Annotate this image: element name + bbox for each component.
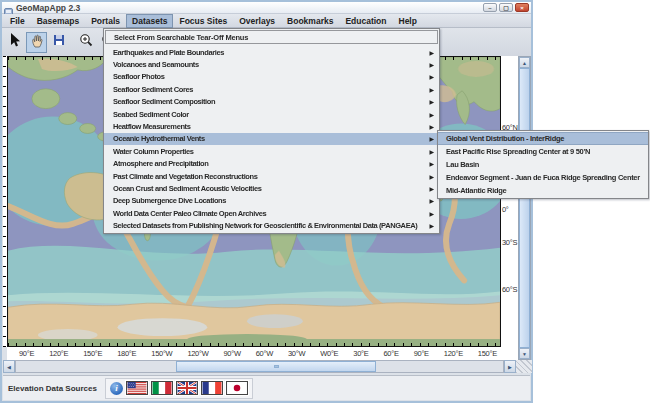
menu-item-row[interactable]: Seafloor Sediment Cores ▶ xyxy=(104,83,439,95)
menu-bar-item[interactable]: Basemaps xyxy=(31,14,86,28)
vertical-scrollbar-thumb[interactable] xyxy=(519,68,530,348)
floppy-disk-icon xyxy=(51,32,67,52)
flag-usa-button[interactable] xyxy=(126,381,148,395)
menu-item-label: World Data Center Paleo Climate Open Arc… xyxy=(113,209,266,218)
longitude-label: 30°W xyxy=(288,349,305,358)
menu-item-row[interactable]: Heatflow Measurements ▶ xyxy=(104,120,439,132)
longitude-label: 150°E xyxy=(478,349,497,358)
latitude-label: 0° xyxy=(502,205,509,214)
scroll-down-button[interactable]: ▼ xyxy=(519,348,530,359)
menu-item-row[interactable]: Volcanoes and Seamounts ▶ xyxy=(104,58,439,70)
longitude-label: 90°E xyxy=(414,349,429,358)
longitude-label: 30°E xyxy=(353,349,368,358)
submenu-item-row[interactable]: Endeavor Segment - Juan de Fuca Ridge Sp… xyxy=(438,171,648,184)
zoom-in-tool[interactable] xyxy=(75,32,96,53)
maximize-button[interactable]: ▢ xyxy=(499,3,513,12)
scroll-left-button[interactable]: ◀ xyxy=(3,360,15,373)
resize-grip[interactable] xyxy=(516,360,532,373)
submenu-arrow-icon: ▶ xyxy=(425,49,434,56)
desktop: GeoMapApp 2.3 – ▢ × FileBasemapsPortalsD… xyxy=(0,0,650,403)
submenu-arrow-icon: ▶ xyxy=(425,173,434,180)
vertical-scrollbar[interactable]: ▲ ▼ xyxy=(518,56,531,360)
window-title: GeoMapApp 2.3 xyxy=(16,3,80,13)
map-bottom-ticks xyxy=(8,343,500,346)
submenu-arrow-icon: ▶ xyxy=(425,185,434,192)
save-tool[interactable] xyxy=(48,32,69,53)
menu-item-row[interactable]: Past Climate and Vegetation Reconstructi… xyxy=(104,170,439,182)
close-button[interactable]: × xyxy=(515,3,529,12)
latitude-label: 30°S xyxy=(502,238,517,247)
submenu-arrow-icon: ▶ xyxy=(425,86,434,93)
menu-item-label: Earthquakes and Plate Boundaries xyxy=(113,48,224,57)
menu-item-row[interactable]: Selected Datasets from Publishing Networ… xyxy=(104,219,439,231)
hand-icon xyxy=(29,32,45,52)
longitude-label: 150°E xyxy=(83,349,102,358)
submenu-arrow-icon: ▶ xyxy=(425,123,434,130)
menu-item-label: Seafloor Sediment Composition xyxy=(113,97,215,106)
scroll-up-button[interactable]: ▲ xyxy=(519,57,530,68)
menu-item-label: Heatflow Measurements xyxy=(113,122,190,131)
menu-bar-item[interactable]: Bookmarks xyxy=(281,14,339,28)
flag-uk-button[interactable] xyxy=(176,381,198,395)
pan-hand-tool[interactable] xyxy=(26,32,47,53)
flag-italy-button[interactable] xyxy=(151,381,173,395)
menu-item-row[interactable]: Oceanic Hydrothermal Vents ▶ xyxy=(104,133,439,145)
scroll-right-button[interactable]: ▶ xyxy=(504,360,516,373)
datasets-menu: Select From Searchable Tear-Off Menus Ea… xyxy=(103,28,440,234)
submenu-arrow-icon: ▶ xyxy=(425,98,434,105)
elevation-sources-panel: i xyxy=(105,378,253,399)
horizontal-scrollbar: ◀ ▶ xyxy=(3,360,532,373)
longitude-label: 120°E xyxy=(444,349,463,358)
elevation-sources-label: Elevation Data Sources xyxy=(8,384,97,393)
menu-item-row[interactable]: Atmosphere and Precipitation ▶ xyxy=(104,158,439,170)
scroll-up-icon: ▲ xyxy=(522,60,527,66)
menu-item-row[interactable]: Water Column Properties ▶ xyxy=(104,145,439,157)
window-controls: – ▢ × xyxy=(483,3,529,12)
minimize-icon: – xyxy=(488,5,491,11)
menu-item-row[interactable]: Seafloor Photos ▶ xyxy=(104,71,439,83)
longitude-label: 90°W xyxy=(223,349,240,358)
submenu-item-row[interactable]: Mid-Atlantic Ridge xyxy=(438,184,648,197)
info-icon[interactable]: i xyxy=(110,382,123,395)
submenu-item-row[interactable]: Global Vent Distribution - InterRidge xyxy=(438,132,648,145)
scroll-right-icon: ▶ xyxy=(508,364,512,370)
submenu-arrow-icon: ▶ xyxy=(425,148,434,155)
select-cursor-tool[interactable] xyxy=(4,32,25,53)
menu-item-label: Selected Datasets from Publishing Networ… xyxy=(113,221,417,230)
horizontal-scrollbar-thumb[interactable] xyxy=(176,361,376,372)
app-icon xyxy=(4,3,13,12)
datasets-menu-items: Earthquakes and Plate Boundaries ▶ Volca… xyxy=(104,45,439,233)
menu-item-label: Atmosphere and Precipitation xyxy=(113,159,209,168)
submenu-item-label: Lau Basin xyxy=(446,160,479,169)
title-bar[interactable]: GeoMapApp 2.3 – ▢ × xyxy=(2,2,531,14)
menu-item-row[interactable]: Seabed Sediment Color ▶ xyxy=(104,108,439,120)
menu-item-row[interactable]: Seafloor Sediment Composition ▶ xyxy=(104,96,439,108)
menu-item-label: Water Column Properties xyxy=(113,147,194,156)
menu-item-label: Deep Submergence Dive Locations xyxy=(113,196,226,205)
menu-item-row[interactable]: Earthquakes and Plate Boundaries ▶ xyxy=(104,46,439,58)
submenu-arrow-icon: ▶ xyxy=(425,73,434,80)
menu-item-row[interactable]: World Data Center Paleo Climate Open Arc… xyxy=(104,207,439,219)
tear-off-menu-item[interactable]: Select From Searchable Tear-Off Menus xyxy=(105,30,438,44)
menu-bar-item[interactable]: Datasets xyxy=(126,14,173,28)
submenu-item-row[interactable]: Lau Basin xyxy=(438,158,648,171)
menu-item-row[interactable]: Ocean Crust and Sediment Acoustic Veloci… xyxy=(104,182,439,194)
submenu-arrow-icon: ▶ xyxy=(425,222,434,229)
menu-item-row[interactable]: Deep Submergence Dive Locations ▶ xyxy=(104,195,439,207)
minimize-button[interactable]: – xyxy=(483,3,497,12)
longitude-label: 150°W xyxy=(151,349,172,358)
flag-japan-button[interactable] xyxy=(226,381,248,395)
menu-bar-item[interactable]: Help xyxy=(393,14,423,28)
menu-bar-item[interactable]: Focus Sites xyxy=(173,14,233,28)
submenu-item-label: East Pacific Rise Spreading Center at 9 … xyxy=(446,147,590,156)
menu-bar-item[interactable]: Education xyxy=(339,14,392,28)
menu-item-label: Past Climate and Vegetation Reconstructi… xyxy=(113,172,258,181)
flag-france-button[interactable] xyxy=(201,381,223,395)
menu-bar-item[interactable]: Overlays xyxy=(233,14,281,28)
horizontal-scrollbar-track[interactable] xyxy=(15,360,504,373)
submenu-arrow-icon: ▶ xyxy=(425,197,434,204)
submenu-item-row[interactable]: East Pacific Rise Spreading Center at 9 … xyxy=(438,145,648,158)
status-bar: Elevation Data Sources i xyxy=(3,375,530,400)
menu-bar-item[interactable]: File xyxy=(4,14,31,28)
menu-bar-item[interactable]: Portals xyxy=(85,14,126,28)
